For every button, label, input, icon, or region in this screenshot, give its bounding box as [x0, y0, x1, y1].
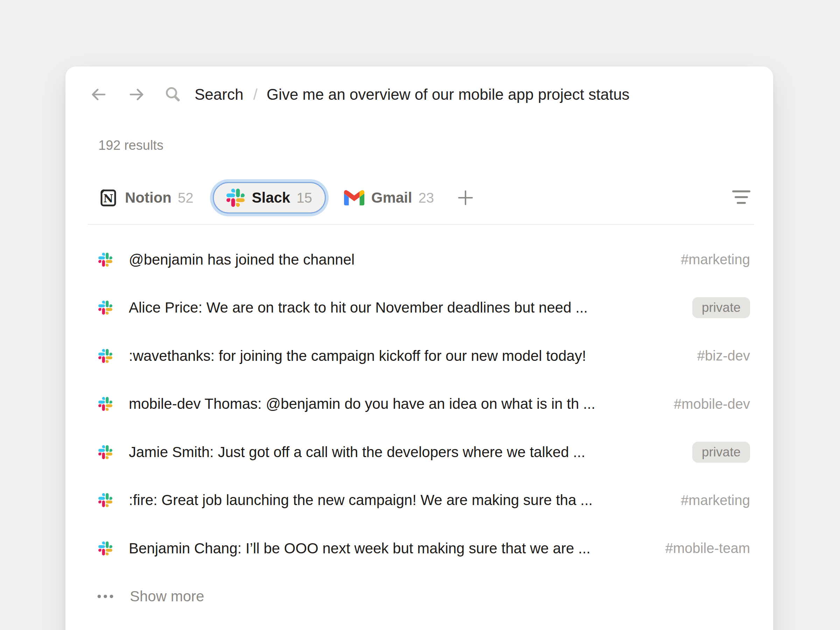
source-filter-tabs: Notion 52 Slack 15 Gmail 23 [98, 182, 474, 213]
result-row[interactable]: Jamie Smith: Just got off a call with th… [98, 428, 750, 476]
result-title: :fire: Great job launching the new campa… [129, 492, 667, 508]
search-icon [164, 86, 181, 103]
notion-icon [98, 188, 118, 208]
slack-icon [98, 397, 112, 411]
divider [88, 224, 754, 225]
filter-sort-icon[interactable] [732, 190, 751, 205]
top-bar: Search / Give me an overview of our mobi… [90, 85, 630, 104]
slack-icon [98, 493, 112, 507]
result-title: Jamie Smith: Just got off a call with th… [129, 444, 678, 461]
breadcrumb-separator: / [253, 86, 257, 103]
tab-gmail[interactable]: Gmail 23 [344, 189, 434, 206]
result-list: @benjamin has joined the channel #market… [98, 235, 750, 621]
results-count: 192 results [98, 137, 163, 153]
ellipsis-icon [97, 594, 114, 598]
private-badge: private [692, 297, 750, 318]
show-more-label: Show more [130, 588, 204, 605]
result-row[interactable]: :wavethanks: for joining the campaign ki… [98, 332, 750, 380]
result-channel: #mobile-team [665, 540, 750, 556]
result-channel: #marketing [681, 493, 750, 508]
result-title: Benjamin Chang: I’ll be OOO next week bu… [129, 540, 651, 557]
slack-icon [98, 301, 112, 315]
result-row[interactable]: @benjamin has joined the channel #market… [98, 235, 750, 284]
slack-icon [98, 253, 112, 267]
search-breadcrumb-label: Search [194, 86, 243, 103]
tab-count: 52 [178, 190, 194, 206]
slack-icon [98, 445, 112, 459]
result-title: Alice Price: We are on track to hit our … [129, 299, 678, 316]
search-query-input[interactable]: Give me an overview of our mobile app pr… [267, 86, 630, 103]
tab-label: Notion [125, 189, 172, 206]
result-title: :wavethanks: for joining the campaign ki… [129, 347, 683, 364]
show-more-button[interactable]: Show more [98, 573, 750, 621]
result-title: mobile-dev Thomas: @benjamin do you have… [129, 395, 660, 412]
slack-icon [98, 542, 112, 556]
tab-slack-selected[interactable]: Slack 15 [213, 182, 325, 213]
tab-label: Gmail [371, 189, 412, 206]
back-arrow-icon[interactable] [90, 86, 107, 103]
add-filter-plus-icon[interactable] [457, 189, 474, 206]
search-results-window: Search / Give me an overview of our mobi… [65, 66, 773, 630]
gmail-icon [344, 190, 364, 205]
tab-label: Slack [252, 189, 290, 206]
result-row[interactable]: Benjamin Chang: I’ll be OOO next week bu… [98, 524, 750, 573]
result-row[interactable]: mobile-dev Thomas: @benjamin do you have… [98, 380, 750, 428]
slack-icon [98, 349, 112, 363]
tab-count: 23 [418, 190, 434, 206]
result-channel: #marketing [681, 252, 750, 267]
result-row[interactable]: Alice Price: We are on track to hit our … [98, 284, 750, 332]
result-title: @benjamin has joined the channel [129, 251, 667, 268]
tab-notion[interactable]: Notion 52 [98, 188, 193, 208]
result-channel: #mobile-dev [674, 396, 750, 412]
tab-count: 15 [297, 190, 312, 206]
slack-icon [226, 189, 245, 207]
result-channel: #biz-dev [697, 348, 750, 364]
forward-arrow-icon[interactable] [128, 86, 145, 103]
result-row[interactable]: :fire: Great job launching the new campa… [98, 476, 750, 525]
private-badge: private [692, 442, 750, 463]
